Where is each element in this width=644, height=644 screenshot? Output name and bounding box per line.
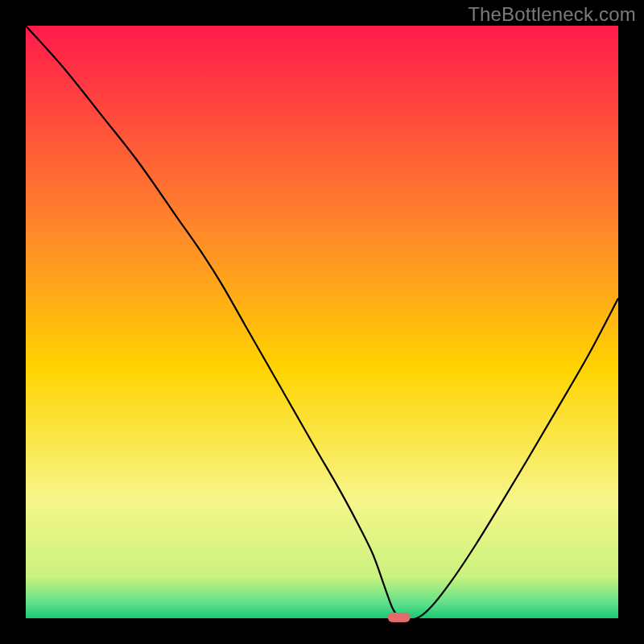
- watermark-text: TheBottleneck.com: [468, 3, 636, 26]
- plot-background: [26, 26, 618, 618]
- optimal-marker: [388, 613, 411, 622]
- chart-container: TheBottleneck.com: [0, 0, 644, 644]
- chart-svg: [0, 0, 644, 644]
